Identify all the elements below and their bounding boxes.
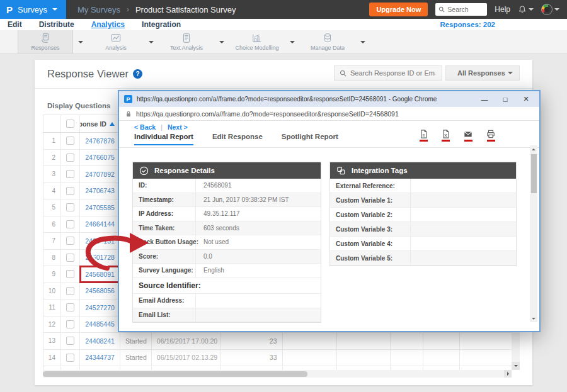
row-checkbox-cell xyxy=(61,150,80,166)
response-filter-value: All Responses xyxy=(457,69,505,77)
row-checkbox[interactable] xyxy=(66,203,74,211)
select-all-checkbox[interactable] xyxy=(66,120,74,128)
scroll-down-icon[interactable] xyxy=(530,315,537,322)
row-checkbox[interactable] xyxy=(66,270,74,278)
report-tab[interactable]: Individual Report xyxy=(134,133,193,145)
popup-title-bar[interactable]: P https://qa.questionpro.com/a//frame.do… xyxy=(119,91,539,107)
close-button[interactable]: ✕ xyxy=(518,95,534,103)
menu-item[interactable]: Distribute xyxy=(39,20,74,29)
row-checkbox[interactable] xyxy=(66,170,74,178)
response-id-cell[interactable]: 24766075 xyxy=(80,150,120,166)
row-checkbox-cell xyxy=(61,316,80,333)
account-menu[interactable] xyxy=(541,4,559,15)
response-id-cell[interactable]: 24601728 xyxy=(80,250,120,266)
table-horizontal-scrollbar[interactable] xyxy=(43,370,512,378)
search-icon xyxy=(438,6,445,13)
menu-item[interactable]: Integration xyxy=(142,20,181,29)
page-title-row: Response Viewer ? xyxy=(47,68,142,80)
scroll-right-icon[interactable] xyxy=(504,370,512,378)
response-id-cell[interactable]: 24767876 xyxy=(80,133,120,149)
row-checkbox[interactable] xyxy=(66,354,74,362)
response-id-header[interactable]: Response ID xyxy=(80,115,120,132)
detail-value xyxy=(411,193,516,207)
response-id-cell[interactable]: 24568056 xyxy=(80,283,120,300)
choice-modelling-dropdown-caret[interactable] xyxy=(285,30,300,53)
toolbar-item-analysis[interactable]: Analysis xyxy=(88,30,144,53)
response-details-rows: ID: 24568091 Timestamp: 21 Jun, 2017 09:… xyxy=(133,179,321,322)
responses-count-badge[interactable]: Responses: 202 xyxy=(440,21,495,28)
detail-label: Survey Language: xyxy=(133,264,196,277)
popup-address-bar[interactable]: https://qa.questionpro.com/a//frame.do?m… xyxy=(119,107,539,121)
response-id-cell[interactable]: 24705585 xyxy=(80,199,120,216)
row-checkbox[interactable] xyxy=(66,237,74,245)
back-link[interactable]: < Back xyxy=(134,123,156,131)
row-checkbox[interactable] xyxy=(66,220,74,228)
row-checkbox[interactable] xyxy=(66,187,74,195)
pdf-icon xyxy=(420,130,428,138)
export-pdf-button[interactable] xyxy=(420,130,428,142)
breadcrumb-current-survey: Product Satisfaction Survey xyxy=(135,5,236,14)
breadcrumb-my-surveys[interactable]: My Surveys xyxy=(77,5,120,14)
report-tab[interactable]: Spotlight Report xyxy=(282,133,338,145)
topbar-right: Upgrade Now Help xyxy=(369,3,567,16)
menu-item[interactable]: Edit xyxy=(8,20,22,29)
global-search[interactable] xyxy=(435,3,487,16)
chevron-down-icon xyxy=(360,41,365,46)
popup-url[interactable]: https://qa.questionpro.com/a//frame.do?m… xyxy=(136,110,399,118)
email-report-button[interactable] xyxy=(464,130,472,142)
report-tab[interactable]: Edit Response xyxy=(212,133,263,145)
upgrade-now-button[interactable]: Upgrade Now xyxy=(369,3,428,16)
response-search[interactable] xyxy=(334,65,442,81)
row-checkbox[interactable] xyxy=(66,320,74,328)
toolbar-item-responses[interactable]: Responses xyxy=(18,30,73,53)
export-excel-button[interactable] xyxy=(442,130,450,142)
manage-data-dropdown-caret[interactable] xyxy=(355,30,370,53)
menu-item[interactable]: Analytics xyxy=(91,20,125,29)
global-search-input[interactable] xyxy=(447,6,484,13)
scrollbar-thumb[interactable] xyxy=(43,371,307,377)
response-id-cell[interactable]: 24408241 xyxy=(80,333,120,349)
notifications-menu[interactable] xyxy=(518,5,534,14)
email-icon xyxy=(464,130,472,138)
analysis-dropdown-caret[interactable] xyxy=(144,30,159,53)
status-cell: Started xyxy=(120,333,152,349)
toolbar-item-manage-data[interactable]: Manage Data xyxy=(300,30,355,53)
product-switcher[interactable]: P Surveys xyxy=(0,0,66,19)
response-id-cell[interactable]: 24485445 xyxy=(80,316,120,333)
row-checkbox[interactable] xyxy=(66,303,74,311)
screen: P Surveys My Surveys › Product Satisfact… xyxy=(0,0,567,392)
scroll-up-icon[interactable] xyxy=(530,145,537,153)
table-row: 14 24344737 Started 06/15/2017 02.13.29 … xyxy=(43,350,512,367)
response-id-cell[interactable]: 24664144 xyxy=(80,216,120,233)
next-link[interactable]: Next > xyxy=(168,123,188,131)
row-checkbox[interactable] xyxy=(66,287,74,295)
response-id-cell[interactable]: 24625131 xyxy=(80,233,120,249)
help-link[interactable]: Help xyxy=(495,5,510,14)
toolbar-item-text-analysis[interactable]: Text Analysis xyxy=(159,30,214,53)
lock-icon xyxy=(125,110,132,118)
print-button[interactable] xyxy=(486,130,495,142)
response-id-cell[interactable]: 24707892 xyxy=(80,166,120,182)
response-id-cell[interactable]: 24568091 xyxy=(80,266,120,283)
detail-row: IP Address: 49.35.12.117 xyxy=(133,207,321,221)
detail-label: Time Taken: xyxy=(133,221,196,235)
response-id-cell[interactable]: 24344737 xyxy=(80,350,120,366)
row-checkbox[interactable] xyxy=(66,137,74,145)
detail-value xyxy=(411,237,516,250)
row-checkbox[interactable] xyxy=(66,337,74,345)
response-search-input[interactable] xyxy=(350,69,435,77)
popup-vertical-scrollbar[interactable] xyxy=(530,145,537,322)
maximize-button[interactable]: □ xyxy=(497,96,513,103)
row-checkbox[interactable] xyxy=(66,154,74,162)
response-id-cell[interactable]: 24527270 xyxy=(80,300,120,316)
scrollbar-thumb[interactable] xyxy=(531,154,537,193)
toolbar-item-choice-modelling[interactable]: Choice Modelling xyxy=(229,30,285,53)
help-icon[interactable]: ? xyxy=(133,69,142,79)
text-analysis-dropdown-caret[interactable] xyxy=(214,30,229,53)
row-checkbox[interactable] xyxy=(66,254,74,262)
response-id-cell[interactable]: 24706743 xyxy=(80,183,120,199)
scroll-down-icon[interactable] xyxy=(512,362,520,370)
response-filter-dropdown[interactable]: All Responses xyxy=(445,65,520,81)
responses-dropdown-caret[interactable] xyxy=(73,30,88,53)
minimize-button[interactable]: — xyxy=(476,96,493,103)
